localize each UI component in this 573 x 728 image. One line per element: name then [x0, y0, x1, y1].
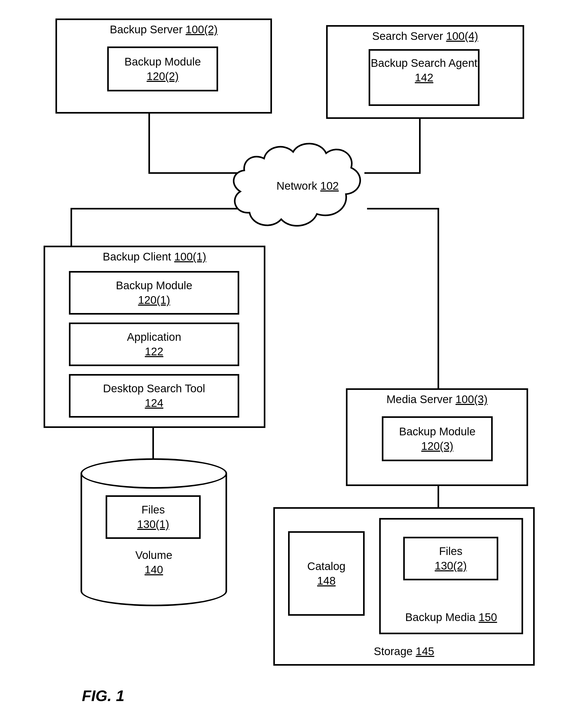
backup-media-files: Files 130(2) — [403, 537, 498, 580]
catalog-box: Catalog 148 — [288, 531, 365, 616]
volume-label: Volume 140 — [81, 548, 227, 577]
backup-client-application: Application 122 — [69, 323, 239, 366]
storage-label: Storage 145 — [275, 644, 533, 659]
network-label: Network 102 — [267, 180, 349, 192]
search-server-title: Search Server 100(4) — [328, 30, 523, 43]
backup-client-title: Backup Client 100(1) — [45, 250, 264, 263]
search-server-agent: Backup Search Agent 142 — [369, 49, 479, 106]
backup-client-module: Backup Module 120(1) — [69, 271, 239, 314]
backup-server-box: Backup Server 100(2) Backup Module 120(2… — [55, 18, 272, 113]
media-server-box: Media Server 100(3) Backup Module 120(3) — [346, 388, 528, 486]
backup-media-label: Backup Media 150 — [381, 610, 522, 625]
volume-files: Files 130(1) — [106, 495, 201, 539]
backup-client-search-tool: Desktop Search Tool 124 — [69, 374, 239, 418]
media-server-title: Media Server 100(3) — [348, 393, 526, 406]
volume-cylinder: Files 130(1) Volume 140 — [81, 458, 227, 606]
storage-box: Catalog 148 Files 130(2) Backup Media 15… — [273, 507, 535, 666]
media-server-module: Backup Module 120(3) — [382, 416, 493, 461]
backup-server-title: Backup Server 100(2) — [57, 23, 270, 36]
search-server-box: Search Server 100(4) Backup Search Agent… — [326, 25, 524, 119]
backup-server-module: Backup Module 120(2) — [107, 47, 218, 91]
backup-client-box: Backup Client 100(1) Backup Module 120(1… — [44, 246, 265, 428]
backup-media-box: Files 130(2) Backup Media 150 — [379, 518, 523, 634]
